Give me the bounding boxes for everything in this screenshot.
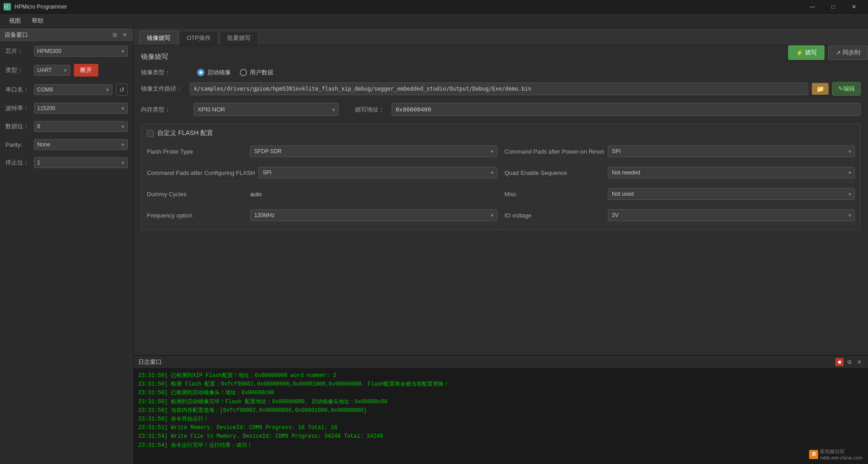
parity-select[interactable]: None — [34, 139, 128, 150]
memory-type-select[interactable]: XPI0 NOR — [194, 103, 339, 116]
quad-enable-select[interactable]: Not needed QE bit Status — [608, 167, 855, 179]
io-voltage-select[interactable]: 1.8V 3V 3.3V — [608, 209, 855, 221]
write-addr-input[interactable] — [392, 103, 861, 116]
log-line-0: 23:31:50] 已检测到XIP Flash配置！地址：0x00000000 … — [138, 372, 863, 380]
dummy-cycles-row: Dummy Cycles auto — [147, 185, 497, 203]
tab-bar: 镜像烧写 OTP操作 批量烧写 — [134, 28, 868, 45]
log-clear-button[interactable]: ■ — [835, 358, 844, 366]
tab-image-burn[interactable]: 镜像烧写 — [139, 31, 178, 45]
io-voltage-select-wrapper: 1.8V 3V 3.3V ▼ — [608, 209, 855, 221]
flash-config-grid: Flash Probe Type SFDP SDR SFDP DDR Manua… — [147, 143, 855, 224]
custom-flash-header: 自定义 FLASH 配置 — [147, 129, 855, 137]
app-icon: H — [4, 3, 11, 10]
memory-type-select-wrapper: XPI0 NOR ▼ — [194, 103, 339, 116]
section-title: 镜像烧写 — [141, 53, 861, 61]
cmd-pads-config-row: Command Pads after Configuring FLASH SPI… — [147, 164, 497, 182]
maximize-button[interactable]: □ — [823, 0, 844, 14]
chip-select[interactable]: HPM5300 — [34, 46, 128, 57]
sync-button[interactable]: ↗ 同步到 — [828, 45, 868, 60]
log-line-2: 23:31:50] 已检测到启动镜像头！地址：0x00000c00 — [138, 389, 863, 397]
baud-row: 波特率： 115200 ▼ — [0, 99, 133, 117]
menu-view[interactable]: 视图 — [4, 15, 26, 27]
right-panel: 镜像烧写 OTP操作 批量烧写 ⚡ 烧写 ↗ 同步到 镜像烧写 镜像类型： — [134, 28, 868, 464]
device-panel-header: 设备窗口 ⧉ ✕ — [0, 28, 133, 42]
main-layout: 设备窗口 ⧉ ✕ 芯片： HPM5300 ▼ 类型： UART ▼ — [0, 28, 868, 464]
cmd-pads-reset-row: Command Pads after Power-on Reset SPI DP… — [504, 143, 855, 160]
custom-flash-section: 自定义 FLASH 配置 Flash Probe Type SFDP SDR S… — [141, 123, 861, 230]
title-bar-left: H HPMicro Programmer — [4, 3, 67, 10]
edit-button[interactable]: ✎编辑 — [832, 82, 861, 96]
databits-select[interactable]: 8 — [34, 121, 128, 132]
custom-flash-title: 自定义 FLASH 配置 — [157, 129, 213, 137]
type-select[interactable]: UART — [34, 65, 70, 76]
log-content: 23:31:50] 已检测到XIP Flash配置！地址：0x00000000 … — [134, 369, 868, 464]
frequency-select-wrapper: 30MHz 50MHz 60MHz 80MHz 100MHz 120MHz 13… — [250, 209, 497, 221]
minimize-button[interactable]: — — [802, 0, 823, 14]
radio-user-label: 用户数据 — [250, 68, 273, 77]
file-path-label: 镜像文件路径： — [141, 85, 186, 93]
misc-row: Misc Not used DDR DQS ▼ — [504, 185, 855, 203]
radio-boot-image[interactable]: 启动镜像 — [197, 68, 231, 77]
log-copy-button[interactable]: ⧉ — [845, 358, 853, 366]
log-close-button[interactable]: ✕ — [855, 358, 863, 366]
port-label: 串口名： — [5, 86, 30, 94]
write-addr-label: 烧写地址： — [355, 106, 384, 114]
memory-type-row: 内存类型： XPI0 NOR ▼ 烧写地址： — [141, 103, 861, 116]
cmd-pads-reset-label: Command Pads after Power-on Reset — [504, 148, 604, 155]
misc-select[interactable]: Not used DDR DQS — [608, 188, 855, 200]
port-select-wrapper: COM9 ▼ — [34, 84, 112, 95]
log-line-5: 23:31:50] 命令开始运行！ — [138, 415, 863, 424]
disconnect-button[interactable]: 断开 — [74, 64, 98, 77]
port-select[interactable]: COM9 — [34, 84, 112, 95]
log-line-6: 23:31:51] Write Memory. DeviceId: COM9 P… — [138, 424, 863, 432]
burn-button[interactable]: ⚡ 烧写 — [788, 45, 824, 60]
device-panel-title: 设备窗口 — [5, 31, 28, 39]
close-button[interactable]: ✕ — [844, 0, 864, 14]
port-refresh-button[interactable]: ↺ — [116, 84, 128, 96]
flash-probe-type-row: Flash Probe Type SFDP SDR SFDP DDR Manua… — [147, 143, 497, 160]
frequency-select[interactable]: 30MHz 50MHz 60MHz 80MHz 100MHz 120MHz 13… — [250, 209, 497, 221]
sync-label: 同步到 — [843, 48, 860, 57]
log-title: 日志窗口 — [138, 358, 162, 366]
image-type-label: 镜像类型： — [141, 68, 186, 77]
stopbits-select[interactable]: 1 — [34, 157, 128, 168]
baud-select-wrapper: 115200 ▼ — [34, 103, 128, 114]
file-path-input[interactable] — [190, 82, 808, 95]
io-voltage-label: IO voltage — [504, 212, 604, 219]
custom-flash-checkbox[interactable] — [147, 130, 154, 137]
dummy-cycles-label: Dummy Cycles — [147, 191, 247, 198]
panel-copy-button[interactable]: ⧉ — [111, 31, 119, 39]
tab-otp[interactable]: OTP操作 — [179, 31, 218, 45]
panel-close-button[interactable]: ✕ — [121, 31, 129, 39]
flash-probe-type-select-wrapper: SFDP SDR SFDP DDR Manual ▼ — [250, 145, 497, 157]
baud-select[interactable]: 115200 — [34, 103, 128, 114]
type-label: 类型： — [5, 66, 30, 74]
quad-enable-row: Quad Enable Sequence Not needed QE bit S… — [504, 164, 855, 182]
folder-button[interactable]: 📁 — [812, 83, 829, 95]
radio-boot-label: 启动镜像 — [207, 68, 231, 77]
stopbits-label: 停止位： — [5, 159, 30, 167]
image-type-row: 镜像类型： 启动镜像 用户数据 — [141, 68, 861, 77]
radio-user-data[interactable]: 用户数据 — [240, 68, 273, 77]
port-row: 串口名： COM9 ▼ ↺ — [0, 80, 133, 99]
flash-probe-type-select[interactable]: SFDP SDR SFDP DDR Manual — [250, 145, 497, 157]
flash-probe-type-label: Flash Probe Type — [147, 148, 247, 155]
radio-user-circle — [240, 69, 247, 76]
frequency-label: Frequency option — [147, 212, 247, 219]
content-area: ⚡ 烧写 ↗ 同步到 镜像烧写 镜像类型： 启动镜像 — [134, 45, 868, 355]
cmd-pads-config-select[interactable]: SPI DPI QPI — [258, 167, 497, 179]
menu-help[interactable]: 帮助 — [26, 15, 49, 27]
log-line-3: 23:31:50] 检测到启动镜像完毕！Flash 配置地址：0x0000000… — [138, 398, 863, 406]
title-bar: H HPMicro Programmer — □ ✕ — [0, 0, 868, 14]
cmd-pads-reset-select[interactable]: SPI DPI QPI — [608, 145, 855, 157]
image-type-radio-group: 启动镜像 用户数据 — [197, 68, 273, 77]
tab-batch-burn[interactable]: 批量烧写 — [219, 31, 258, 45]
chip-label: 芯片： — [5, 47, 30, 55]
log-header: 日志窗口 ■ ⧉ ✕ — [134, 356, 868, 369]
watermark: 面 面包板社区 mbb.eet-china.com — [809, 448, 863, 460]
log-line-7: 23:31:54] Write File to Memory. DeviceId… — [138, 432, 863, 441]
parity-select-wrapper: None ▼ — [34, 139, 128, 150]
stopbits-select-wrapper: 1 ▼ — [34, 157, 128, 168]
baud-label: 波特率： — [5, 104, 30, 112]
quad-enable-select-wrapper: Not needed QE bit Status ▼ — [608, 167, 855, 179]
